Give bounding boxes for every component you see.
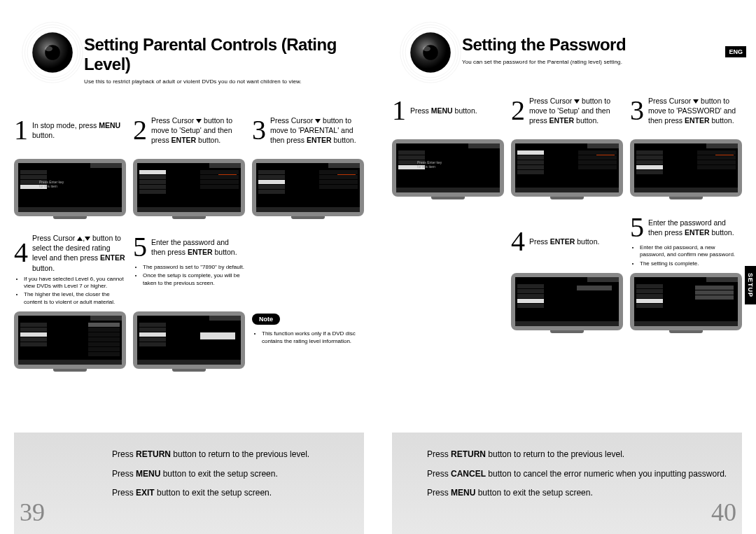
page-left: Setting Parental Controls (Rating Level)… <box>0 0 378 534</box>
step-number: 1 <box>14 116 28 144</box>
note-label: Note <box>252 314 280 325</box>
step-text: Press Cursor button to move to 'Setup' a… <box>529 96 623 126</box>
page-number: 39 <box>20 498 45 527</box>
cursor-up-icon <box>77 237 83 241</box>
step-text: Press Cursor button to move to 'Setup' a… <box>151 115 245 146</box>
cursor-down-icon <box>315 119 321 123</box>
screens-row-1: Press Enter keyfor this item <box>392 139 742 199</box>
steps-row-2: 4 Press ENTER button. 5 Enter the passwo… <box>392 213 742 269</box>
steps-row-1: 1 In stop mode, press MENU button. 2 Pre… <box>14 106 364 155</box>
step-notes: Enter the old password, a new password, … <box>630 244 742 269</box>
tv-screenshot: Press Enter keyfor this item <box>14 159 126 219</box>
step-1: 1 In stop mode, press MENU button. <box>14 106 126 155</box>
step-text: Enter the password and then press ENTER … <box>151 237 245 257</box>
tv-screenshot <box>252 159 364 219</box>
step-number: 5 <box>133 233 147 261</box>
page-title: Setting the Password <box>462 35 742 55</box>
tv-screenshot: Press Enter keyfor this item <box>392 139 504 199</box>
screens-row-1: Press Enter keyfor this item <box>14 159 364 219</box>
tv-screenshot <box>14 311 126 372</box>
section-tab: SETUP <box>745 266 756 304</box>
footer-lines: Press RETURN button to return to the pre… <box>427 445 728 503</box>
page-footer: Press RETURN button to return to the pre… <box>14 433 364 534</box>
step-text: Press Cursor button to move to 'PARENTAL… <box>270 115 364 146</box>
screens-row-2 <box>392 273 742 333</box>
step-number: 2 <box>511 97 525 125</box>
page-subtitle: Use this to restrict playback of adult o… <box>84 78 364 85</box>
step-number: 1 <box>392 97 406 125</box>
step-5: 5 Enter the password and then press ENTE… <box>630 213 742 269</box>
cursor-down-icon <box>574 99 580 104</box>
cursor-down-icon <box>196 119 202 123</box>
step-notes: The password is set to "7890" by default… <box>133 264 245 288</box>
cursor-down-icon <box>693 99 699 104</box>
tv-screenshot <box>511 139 623 199</box>
step-text: Press MENU button. <box>410 106 477 115</box>
step-number: 3 <box>630 97 644 125</box>
page-number: 40 <box>711 498 736 527</box>
step-number: 3 <box>252 116 266 144</box>
note-block: Note This function works only if a DVD d… <box>252 311 364 346</box>
step-text: Press Cursor button to move to 'PASSWORD… <box>648 96 742 126</box>
step-number: 4 <box>511 227 525 255</box>
tv-screenshot <box>133 311 245 372</box>
step-text: Press ENTER button. <box>529 237 599 246</box>
step-5: 5 Enter the password and then press ENTE… <box>133 233 245 307</box>
page-right: ENG SETUP Setting the Password You can s… <box>378 0 756 534</box>
step-4: 4 Press ENTER button. <box>511 213 623 269</box>
step-2: 2 Press Cursor button to move to 'Setup'… <box>511 86 623 135</box>
svg-point-5 <box>45 46 52 51</box>
tv-screenshot <box>511 273 623 333</box>
language-badge: ENG <box>725 46 746 57</box>
step-2: 2 Press Cursor button to move to 'Setup'… <box>133 106 245 155</box>
footer-lines: Press RETURN button to return to the pre… <box>112 445 350 503</box>
cursor-down-icon <box>85 237 90 241</box>
speaker-icon <box>21 21 84 84</box>
step-3: 3 Press Cursor button to move to 'PARENT… <box>252 106 364 155</box>
speaker-icon <box>399 21 462 84</box>
step-1: 1 Press MENU button. <box>392 86 504 135</box>
step-text: Enter the password and then press ENTER … <box>648 218 742 237</box>
page-subtitle: You can set the password for the Parenta… <box>462 59 742 65</box>
tv-screenshot <box>630 273 742 333</box>
step-notes: If you have selected Level 6, you cannot… <box>14 276 126 308</box>
empty-cell <box>252 233 364 307</box>
step-3: 3 Press Cursor button to move to 'PASSWO… <box>630 86 742 135</box>
svg-point-11 <box>423 46 430 51</box>
page-title: Setting Parental Controls (Rating Level) <box>84 35 364 74</box>
empty-cell <box>392 273 504 333</box>
tv-screenshot <box>630 139 742 199</box>
steps-row-2: 4 Press Cursor , button to select the de… <box>14 233 364 307</box>
step-number: 2 <box>133 116 147 144</box>
steps-row-1: 1 Press MENU button. 2 Press Cursor butt… <box>392 86 742 135</box>
note-text: This function works only if a DVD disc c… <box>252 330 364 345</box>
screens-row-2: Note This function works only if a DVD d… <box>14 311 364 372</box>
page-footer: Press RETURN button to return to the pre… <box>392 433 742 534</box>
step-4: 4 Press Cursor , button to select the de… <box>14 233 126 307</box>
step-number: 4 <box>14 239 28 267</box>
step-text: In stop mode, press MENU button. <box>32 120 126 140</box>
step-text: Press Cursor , button to select the desi… <box>32 233 126 273</box>
tv-screenshot <box>133 159 245 219</box>
step-number: 5 <box>630 213 644 241</box>
empty-cell <box>392 213 504 269</box>
